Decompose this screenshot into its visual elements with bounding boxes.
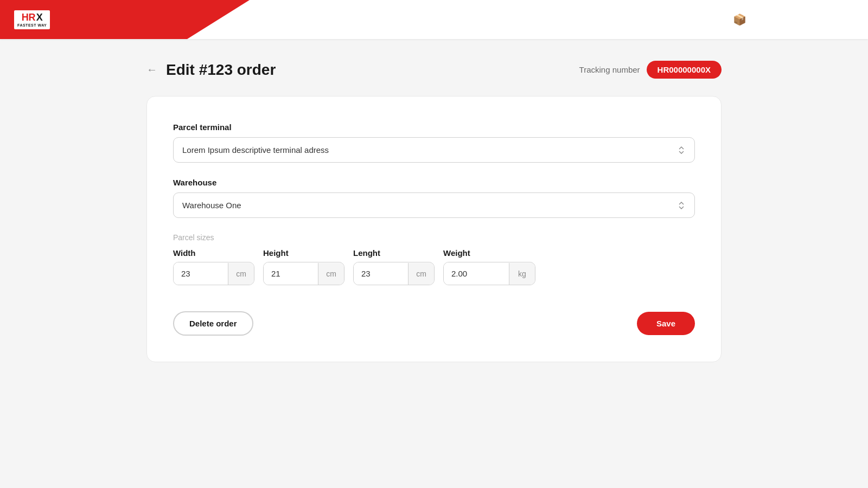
width-unit: cm [228, 263, 254, 285]
settings-button[interactable]: Settings [793, 9, 851, 30]
length-field: Lenght cm [353, 248, 435, 285]
weight-field: Weight kg [443, 248, 535, 285]
tracking-label: Tracking number [579, 65, 640, 74]
warehouse-group: Warehouse Warehouse One [173, 178, 695, 218]
logo: HR X FASTEST WAY [13, 9, 51, 30]
height-input[interactable] [264, 262, 318, 285]
logo-tagline: FASTEST WAY [17, 23, 47, 27]
height-label: Height [263, 248, 344, 258]
page-header: ← Edit #123 order Tracking number HR0000… [146, 61, 722, 79]
page-title: Edit #123 order [166, 61, 276, 79]
weight-label: Weight [443, 248, 535, 258]
length-input-row: cm [353, 262, 435, 285]
back-button[interactable]: ← [146, 63, 157, 76]
tracking-badge: HR00000000X [647, 61, 722, 79]
width-label: Width [173, 248, 254, 258]
save-button[interactable]: Save [637, 312, 695, 335]
logo-box: HR X FASTEST WAY [13, 9, 51, 30]
form-footer: Delete order Save [173, 311, 695, 336]
tracking-row: Tracking number HR00000000X [579, 61, 722, 79]
header-nav: 📦 Orders Settings [733, 9, 851, 30]
parcel-terminal-group: Parcel terminal Lorem Ipsum descriptive … [173, 123, 695, 163]
width-input-row: cm [173, 262, 254, 285]
package-icon: 📦 [733, 13, 746, 26]
page-title-row: ← Edit #123 order [146, 61, 276, 79]
length-input[interactable] [354, 262, 408, 285]
height-unit: cm [318, 263, 344, 285]
weight-unit: kg [509, 263, 535, 285]
width-field: Width cm [173, 248, 254, 285]
form-card: Parcel terminal Lorem Ipsum descriptive … [146, 96, 722, 362]
parcel-terminal-label: Parcel terminal [173, 123, 695, 132]
main-content: ← Edit #123 order Tracking number HR0000… [136, 39, 732, 384]
weight-input-row: kg [443, 262, 535, 285]
weight-input[interactable] [444, 262, 509, 285]
sizes-grid: Width cm Height cm Lenght [173, 248, 695, 285]
orders-nav-label: Orders [751, 15, 779, 24]
delete-order-button[interactable]: Delete order [173, 311, 253, 336]
parcel-sizes-label: Parcel sizes [173, 233, 695, 242]
height-input-row: cm [263, 262, 344, 285]
width-input[interactable] [174, 262, 228, 285]
parcel-terminal-select[interactable]: Lorem Ipsum descriptive terminal adress [173, 137, 695, 163]
header: HR X FASTEST WAY 📦 Orders Settings [0, 0, 868, 39]
length-label: Lenght [353, 248, 435, 258]
orders-nav-link[interactable]: 📦 Orders [733, 13, 779, 26]
logo-hr-text: HR [22, 12, 36, 22]
warehouse-label: Warehouse [173, 178, 695, 187]
length-unit: cm [408, 263, 434, 285]
height-field: Height cm [263, 248, 344, 285]
warehouse-select[interactable]: Warehouse One [173, 192, 695, 218]
parcel-sizes-group: Parcel sizes Width cm Height cm [173, 233, 695, 285]
logo-x-text: X [36, 12, 43, 22]
